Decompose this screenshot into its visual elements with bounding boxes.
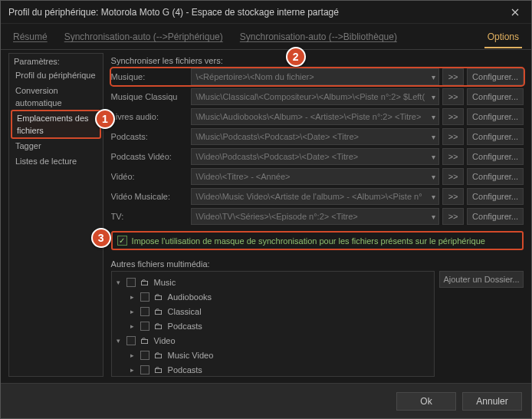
sync-row-configure[interactable]: Configurer... (467, 188, 524, 205)
tree-row[interactable]: ▾🗀Music (115, 275, 431, 289)
tab-resume[interactable]: Résumé (10, 25, 51, 48)
tree-checkbox[interactable] (140, 365, 149, 374)
tab-sync-library[interactable]: Synchronisation-auto (-->Bibliothèque) (237, 25, 400, 48)
main: Synchroniser les fichiers vers: 2 Musiqu… (111, 53, 524, 377)
tab-sync-device[interactable]: Synchronisation-auto (-->Périphérique) (61, 25, 226, 48)
tree-label: Podcasts (168, 365, 202, 374)
expand-icon[interactable]: ▸ (129, 351, 136, 359)
tree-label: Classical (168, 307, 202, 316)
sync-row-label: Vidéo Musicale: (111, 192, 188, 201)
sync-row-go[interactable]: >> (442, 168, 464, 185)
sync-row-music-video: Vidéo Musicale: \Video\Music Video\<Arti… (111, 188, 524, 205)
sidebar-item-playlists[interactable]: Listes de lecture (9, 153, 103, 169)
sync-row-video: Vidéo: \Video\<Titre> - <Année>▾ >> Conf… (111, 168, 524, 185)
sync-row-combo[interactable]: \Music\Classical\<Compositeur>\<Album>\<… (191, 88, 439, 105)
window-title: Profil du périphérique: Motorola Moto G … (8, 7, 499, 18)
ok-button[interactable]: Ok (396, 392, 456, 411)
sync-row-label: Podcasts: (111, 132, 188, 141)
impose-checkbox[interactable]: ✓ (117, 236, 127, 246)
chevron-down-icon: ▾ (432, 113, 435, 121)
expand-icon[interactable]: ▸ (129, 322, 136, 330)
sync-row-configure[interactable]: Configurer... (467, 148, 524, 165)
badge-3: 3 (91, 228, 111, 248)
sync-row-combo[interactable]: \Video\TV\<Séries>\<Episode n°:2> <Titre… (191, 208, 439, 225)
cancel-button[interactable]: Annuler (462, 392, 522, 411)
sync-row-label: Vidéo: (111, 172, 188, 181)
expand-icon[interactable]: ▸ (129, 366, 136, 374)
sync-row-label: Musique Classiqu (111, 92, 188, 101)
sidebar-item-profile[interactable]: Profil du périphérique (9, 68, 103, 83)
sync-row-label: Livres audio: (111, 112, 188, 121)
sync-row-go[interactable]: >> (442, 188, 464, 205)
sync-row-configure[interactable]: Configurer... (467, 68, 524, 85)
sidebar: Paramètres: Profil du périphérique Conve… (8, 53, 103, 377)
sync-row-configure[interactable]: Configurer... (467, 208, 524, 225)
tree: ▾🗀Music ▸🗀Audiobooks ▸🗀Classical ▸🗀Podca… (111, 271, 435, 377)
expand-icon[interactable]: ▸ (129, 293, 136, 301)
sync-row-go[interactable]: >> (442, 68, 464, 85)
folder-icon: 🗀 (153, 321, 164, 332)
sync-row-label: TV: (111, 212, 188, 221)
sync-row-combo[interactable]: \Video\Music Video\<Artiste de l'album> … (191, 188, 439, 205)
sync-row-music: Musique: \<Répertoire>\<Nom du fichier>▾… (111, 68, 524, 85)
sync-row-combo[interactable]: \Music\Podcasts\<Podcast>\<Date> <Titre>… (191, 128, 439, 145)
sync-row-configure[interactable]: Configurer... (467, 108, 524, 125)
tree-checkbox[interactable] (140, 322, 149, 331)
sync-label: Synchroniser les fichiers vers: (111, 53, 524, 68)
sync-row-combo[interactable]: \<Répertoire>\<Nom du fichier>▾ (191, 68, 439, 85)
tree-checkbox[interactable] (140, 351, 149, 360)
tree-row[interactable]: ▸🗀Audiobooks (115, 289, 431, 304)
tree-row[interactable]: ▸🗀Music Video (115, 348, 431, 362)
folder-icon: 🗀 (140, 335, 150, 346)
tree-row[interactable]: ▸🗀Podcasts (115, 318, 431, 333)
sync-row-configure[interactable]: Configurer... (467, 168, 524, 185)
sync-row-combo[interactable]: \Video\<Titre> - <Année>▾ (191, 168, 439, 185)
tree-label: Music Video (168, 351, 214, 360)
tree-checkbox[interactable] (140, 307, 149, 316)
chevron-down-icon: ▾ (432, 173, 435, 181)
sidebar-item-tagger[interactable]: Tagger (9, 138, 103, 153)
sync-row-configure[interactable]: Configurer... (467, 128, 524, 145)
expand-icon[interactable]: ▸ (129, 308, 136, 315)
tabbar: Résumé Synchronisation-auto (-->Périphér… (1, 24, 531, 50)
sync-row-go[interactable]: >> (442, 208, 464, 225)
body: Paramètres: Profil du périphérique Conve… (1, 50, 531, 383)
other-label: Autres fichiers multimédia: (111, 259, 524, 271)
tree-wrap: ▾🗀Music ▸🗀Audiobooks ▸🗀Classical ▸🗀Podca… (111, 271, 524, 377)
tree-row[interactable]: ▸🗀Classical (115, 304, 431, 318)
sync-row-configure[interactable]: Configurer... (467, 88, 524, 105)
folder-icon: 🗀 (153, 350, 164, 361)
sync-row-go[interactable]: >> (442, 108, 464, 125)
sync-row-tv: TV: \Video\TV\<Séries>\<Episode n°:2> <T… (111, 208, 524, 225)
impose-row: ✓ Impose l'utilisation de masque de sync… (111, 231, 524, 250)
footer: Ok Annuler (1, 383, 531, 418)
sync-row-video-podcasts: Podcasts Vidéo: \Video\Podcasts\<Podcast… (111, 148, 524, 165)
tree-label: Video (154, 336, 176, 345)
close-button[interactable] (499, 1, 531, 24)
sync-row-go[interactable]: >> (442, 88, 464, 105)
chevron-down-icon: ▾ (432, 153, 435, 161)
add-folder-button[interactable]: Ajouter un Dossier... (439, 271, 524, 288)
expand-icon[interactable]: ▾ (115, 337, 123, 345)
tree-row[interactable]: ▾🗀Video (115, 333, 431, 348)
tree-checkbox[interactable] (140, 292, 149, 302)
sync-row-combo[interactable]: \Music\Audiobooks\<Album> - <Artiste>\<P… (191, 108, 439, 125)
tree-checkbox[interactable] (126, 278, 136, 287)
sidebar-item-conversion[interactable]: Conversion automatique (9, 83, 103, 111)
tree-checkbox[interactable] (126, 336, 136, 345)
expand-icon[interactable]: ▾ (115, 279, 123, 286)
tree-label: Music (154, 278, 176, 287)
sync-row-podcasts: Podcasts: \Music\Podcasts\<Podcast>\<Dat… (111, 128, 524, 145)
tree-label: Podcasts (168, 322, 202, 331)
sync-row-go[interactable]: >> (442, 128, 464, 145)
sync-row-combo[interactable]: \Video\Podcasts\<Podcast>\<Date> <Titre>… (191, 148, 439, 165)
folder-icon: 🗀 (153, 306, 164, 317)
sync-row-audiobooks: Livres audio: \Music\Audiobooks\<Album> … (111, 108, 524, 125)
sidebar-item-locations[interactable]: Emplacements des fichiers (11, 110, 101, 139)
sync-row-go[interactable]: >> (442, 148, 464, 165)
folder-icon: 🗀 (140, 277, 150, 288)
chevron-down-icon: ▾ (432, 193, 435, 201)
tab-options[interactable]: Options (484, 25, 522, 48)
tree-label: Audiobooks (168, 292, 212, 302)
tree-row[interactable]: ▸🗀Podcasts (115, 362, 431, 377)
